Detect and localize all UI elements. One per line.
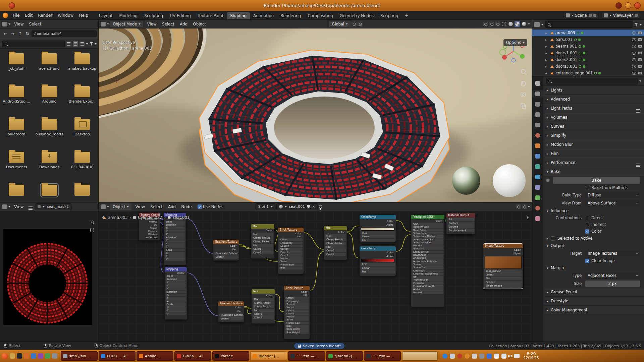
tray-audio-icon[interactable] — [494, 354, 499, 359]
folder-item-acers3fand[interactable]: acers3fand — [33, 53, 66, 86]
panel-header-volumes[interactable]: Volumes — [543, 113, 644, 122]
transform-orientation-dropdown[interactable]: Global — [329, 21, 351, 27]
render-toggle-icon[interactable] — [638, 38, 642, 41]
folder-item-desktop[interactable]: Desktop — [66, 119, 99, 152]
tray-update-icon[interactable] — [465, 354, 470, 359]
viewport-menu-select[interactable]: Select — [159, 22, 177, 26]
editor-type-icon[interactable] — [534, 22, 540, 27]
folder-item[interactable] — [33, 185, 66, 202]
render-toggle-icon[interactable] — [638, 45, 642, 48]
workspace-tab-shading[interactable]: Shading — [227, 12, 250, 20]
checkbox-direct[interactable] — [585, 216, 589, 220]
window-rollup-button[interactable] — [615, 2, 622, 9]
image-menu-view[interactable]: View — [11, 204, 26, 209]
expand-icon[interactable]: ▸ — [545, 45, 549, 48]
node-colorramp[interactable]: ColorRampColorAlphaRGBLinearPos — [359, 215, 396, 242]
menu-edit[interactable]: Edit — [22, 13, 35, 18]
expand-icon[interactable]: ▸ — [545, 38, 549, 42]
overlays-dropdown-icon[interactable] — [495, 21, 500, 26]
launcher-browser-icon[interactable] — [24, 353, 29, 359]
slot-dropdown[interactable]: Slot 1 — [256, 203, 276, 210]
node-gradient-texture[interactable]: Gradient TextureColorFacQuadratic Sphere… — [213, 239, 239, 261]
workspace-tab-sculpting[interactable]: Sculpting — [141, 12, 166, 20]
visibility-dropdown-icon[interactable] — [483, 21, 488, 26]
bake-from-multires-checkbox[interactable] — [585, 186, 589, 190]
hide-toggle-icon[interactable] — [632, 52, 636, 55]
view-from-dropdown[interactable]: Above Surface — [585, 200, 640, 206]
taskbar-empty-button[interactable] — [402, 351, 438, 361]
properties-tab-scene[interactable] — [532, 121, 543, 129]
keyboard-layout-label[interactable]: us — [508, 354, 513, 358]
properties-tab-material[interactable] — [532, 204, 543, 212]
properties-tab-view-layer[interactable] — [532, 111, 543, 118]
properties-tab-render[interactable] — [532, 90, 543, 98]
image-datablock[interactable]: seat_mask2 — [35, 203, 71, 210]
folder-item-bluetooth[interactable]: bluetooth — [0, 119, 33, 152]
window-minimize-button[interactable] — [625, 2, 631, 9]
blender-logo-icon[interactable] — [3, 13, 8, 18]
folder-item-androidstudi[interactable]: AndroidStudi... — [0, 86, 33, 119]
workspace-tab-texture-paint[interactable]: Texture Paint — [194, 12, 227, 20]
snap-icon[interactable] — [516, 204, 521, 209]
hide-toggle-icon[interactable] — [632, 38, 636, 41]
outliner-item-doors1-001[interactable]: ▸doors1.001 — [532, 50, 644, 56]
render-toggle-icon[interactable] — [638, 32, 642, 34]
folder-item[interactable] — [0, 185, 33, 202]
tray-clipboard-icon[interactable] — [472, 354, 477, 359]
workspace-tab-layout[interactable]: Layout — [96, 12, 116, 20]
node-canvas[interactable]: Texture CoordinateGeneratedNormalUVObjec… — [99, 211, 532, 342]
menu-icon[interactable] — [29, 206, 33, 207]
options-dropdown[interactable]: Options — [503, 39, 527, 46]
launcher-settings-icon[interactable] — [52, 353, 57, 359]
filter-icon[interactable] — [634, 23, 638, 26]
window-close-button[interactable] — [634, 2, 641, 9]
taskbar-task-gjbza[interactable]: GjbZa...◀)) — [174, 351, 211, 361]
folder-item-busybox-rootfs[interactable]: busybox_rootfs — [33, 119, 66, 152]
up-button[interactable]: ↑ — [17, 31, 23, 37]
margin-subpanel-header[interactable]: Margin — [543, 264, 644, 272]
shader-type-dropdown[interactable]: Object — [110, 203, 131, 210]
node-material-output[interactable]: Material OutputAllSurfaceVolumeDisplacem… — [446, 213, 476, 234]
margin-size-slider[interactable]: 2 px — [585, 281, 640, 287]
panel-header-film[interactable]: Film — [543, 149, 644, 158]
file-search-input[interactable] — [2, 41, 65, 47]
display-list-button[interactable] — [66, 41, 71, 47]
panel-header-advanced[interactable]: Advanced — [543, 95, 644, 104]
display-thumbnail-button[interactable] — [73, 41, 78, 47]
snap-magnet-icon[interactable] — [352, 21, 357, 26]
forward-button[interactable]: → — [9, 31, 16, 37]
expand-icon[interactable]: ▸ — [545, 51, 549, 55]
margin-type-dropdown[interactable]: Adjacent Faces — [585, 273, 640, 279]
node-mix[interactable]: MixColorMixClamp ResultClamp FactorFacCo… — [251, 224, 275, 259]
folder-item-documents[interactable]: Documents — [0, 152, 33, 185]
node-gradient-texture[interactable]: Gradient TextureColorFacQuadratic Sphere… — [218, 301, 244, 322]
tray-network-icon[interactable] — [501, 354, 506, 359]
properties-search-input[interactable] — [546, 78, 638, 84]
workspace-tab-animation[interactable]: Animation — [250, 12, 277, 20]
checkbox-indirect[interactable] — [585, 223, 589, 227]
properties-tab-constraints[interactable] — [532, 184, 543, 191]
folder-item-blenderexpo[interactable]: BlenderExpo... — [66, 86, 99, 119]
node-menu-node[interactable]: Node — [178, 204, 194, 209]
panel-header-color-management[interactable]: Color Management — [543, 306, 644, 315]
shading-rendered-button[interactable] — [521, 21, 527, 27]
panel-header-light-paths[interactable]: Light Paths — [543, 104, 644, 113]
shading-material-button[interactable] — [515, 21, 520, 27]
folder-item-downloads[interactable]: Downloads — [33, 152, 66, 185]
filter-icon[interactable] — [90, 42, 93, 46]
folder-item-arduino[interactable]: Arduino — [33, 86, 66, 119]
menu-help[interactable]: Help — [76, 13, 91, 18]
taskbar-task-parsec[interactable]: Parsec — [212, 351, 249, 361]
path-field[interactable]: /home/amalie/ — [32, 31, 97, 37]
launcher-editor-icon[interactable] — [45, 353, 50, 359]
image-canvas[interactable] — [0, 211, 99, 342]
copy-icon[interactable] — [635, 14, 638, 17]
tray-info-icon[interactable] — [442, 354, 447, 359]
pin-icon[interactable] — [319, 205, 322, 208]
selected-to-active-header[interactable]: Selected to Active — [543, 235, 644, 242]
render-toggle-icon[interactable] — [638, 65, 642, 68]
clear-image-checkbox[interactable] — [585, 259, 589, 263]
node-menu-select[interactable]: Select — [148, 204, 165, 209]
viewport-canvas[interactable]: User Perspective (1) Collection | arena.… — [99, 28, 532, 202]
node-mix[interactable]: MixColorMixClamp ResultClamp FactorFacCo… — [251, 289, 275, 324]
